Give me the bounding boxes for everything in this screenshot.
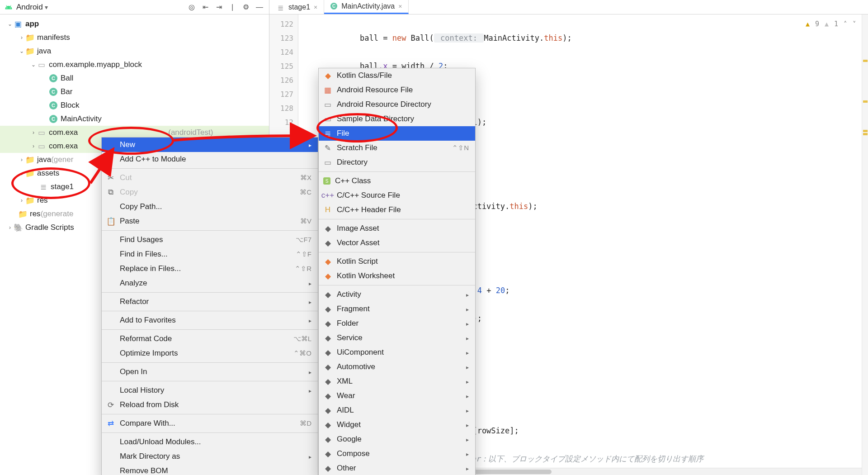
- tree-node-java[interactable]: 📁 java: [0, 44, 269, 58]
- menu-item-activity[interactable]: ◆Activity: [319, 287, 475, 302]
- android-icon: ◆: [323, 391, 332, 400]
- menu-item-local-history[interactable]: Local History: [102, 383, 318, 398]
- menu-item-vector-asset[interactable]: ◆Vector Asset: [319, 236, 475, 250]
- android-icon: ◆: [323, 435, 332, 444]
- tree-node-app[interactable]: ▣ app: [0, 17, 269, 31]
- prev-highlight-icon[interactable]: ˄: [844, 17, 847, 31]
- xml-file-icon: ▦: [323, 86, 332, 95]
- menu-item-fragment[interactable]: ◆Fragment: [319, 302, 475, 316]
- folder-icon: 📁: [25, 47, 34, 56]
- menu-item-open-in[interactable]: Open In: [102, 365, 318, 379]
- menu-item-favorites[interactable]: Add to Favorites: [102, 313, 318, 328]
- menu-item-load-unload[interactable]: Load/Unload Modules...: [102, 435, 318, 449]
- tab-mainactivity[interactable]: C MainActivity.java ×: [324, 0, 409, 14]
- tree-node-class[interactable]: C MainActivity: [0, 112, 269, 126]
- menu-item-optimize-imports[interactable]: Optimize Imports⌃⌘O: [102, 346, 318, 361]
- kotlin-icon: ◆: [323, 257, 332, 266]
- menu-item-reformat[interactable]: Reformat Code⌥⌘L: [102, 332, 318, 346]
- file-icon: ≣: [323, 129, 332, 138]
- menu-item-add-cpp[interactable]: Add C++ to Module: [102, 152, 318, 166]
- menu-item-image-asset[interactable]: ◆Image Asset: [319, 221, 475, 236]
- folder-icon: 📁: [25, 33, 34, 42]
- menu-item-cpp-class[interactable]: SC++ Class: [319, 174, 475, 188]
- close-icon[interactable]: ×: [398, 3, 402, 10]
- menu-item-cpp-src[interactable]: c++C/C++ Source File: [319, 188, 475, 203]
- menu-item-paste[interactable]: 📋Paste⌘V: [102, 214, 318, 228]
- menu-item-wear[interactable]: ◆Wear: [319, 389, 475, 403]
- menu-item-aidl[interactable]: ◆AIDL: [319, 403, 475, 418]
- gear-icon[interactable]: ⚙: [241, 2, 251, 12]
- tab-stage1[interactable]: ≣ stage1 ×: [271, 0, 324, 14]
- chevron-right-icon: [6, 224, 14, 231]
- compare-icon: ⇄: [106, 419, 115, 428]
- menu-item-copy[interactable]: ⧉Copy⌘C: [102, 185, 318, 200]
- close-icon[interactable]: ×: [314, 4, 317, 11]
- menu-item-mark-directory[interactable]: Mark Directory as: [102, 449, 318, 464]
- menu-item-xml[interactable]: ◆XML: [319, 374, 475, 389]
- tree-node-class[interactable]: C Ball: [0, 71, 269, 85]
- menu-item-kotlin-script[interactable]: ◆Kotlin Script: [319, 254, 475, 269]
- menu-item-kotlin-ws[interactable]: ◆Kotlin Worksheet: [319, 269, 475, 283]
- tree-node-class[interactable]: C Bar: [0, 85, 269, 99]
- toolbar-expand-icon[interactable]: ⇥: [214, 2, 224, 12]
- project-view-selector[interactable]: Android: [16, 3, 48, 12]
- next-highlight-icon[interactable]: ˅: [853, 17, 856, 31]
- tree-node-package[interactable]: ▭ com.example.myapp_block: [0, 58, 269, 71]
- menu-item-cpp-hdr[interactable]: HC/C++ Header File: [319, 203, 475, 217]
- menu-item-folder[interactable]: ◆Folder: [319, 316, 475, 331]
- tree-node-class[interactable]: C Block: [0, 99, 269, 112]
- menu-item-other[interactable]: ◆Other: [319, 461, 475, 475]
- menu-item-copy-path[interactable]: Copy Path...: [102, 200, 318, 214]
- menu-item-service[interactable]: ◆Service: [319, 331, 475, 345]
- menu-item-uicomponent[interactable]: ◆UiComponent: [319, 345, 475, 360]
- menu-item-scratch[interactable]: ✎Scratch File⌃⇧N: [319, 141, 475, 155]
- error-stripe[interactable]: [862, 14, 868, 475]
- android-icon: ◆: [323, 362, 332, 371]
- menu-item-replace-in-files[interactable]: Replace in Files...⌃⇧R: [102, 261, 318, 276]
- menu-item-google[interactable]: ◆Google: [319, 432, 475, 446]
- menu-item-new[interactable]: New: [102, 138, 318, 152]
- menu-item-find-in-files[interactable]: Find in Files...⌃⇧F: [102, 247, 318, 261]
- menu-item-find-usages[interactable]: Find Usages⌥F7: [102, 233, 318, 247]
- folder-icon: ▭: [323, 114, 332, 124]
- chevron-right-icon: [18, 157, 25, 163]
- folder-icon: 📁: [25, 155, 34, 164]
- cpp-class-icon: S: [323, 177, 330, 185]
- cpp-hdr-icon: H: [323, 205, 332, 214]
- android-icon: ◆: [323, 319, 332, 328]
- chevron-right-icon: [18, 34, 25, 41]
- context-menu[interactable]: New Add C++ to Module ✂Cut⌘X ⧉Copy⌘C Cop…: [101, 137, 318, 475]
- menu-item-automotive[interactable]: ◆Automotive: [319, 360, 475, 374]
- kotlin-icon: ◆: [323, 271, 332, 280]
- tree-node-manifests[interactable]: 📁 manifests: [0, 31, 269, 44]
- menu-item-remove-bom[interactable]: Remove BOM: [102, 464, 318, 475]
- android-icon: ◆: [323, 224, 332, 233]
- chevron-right-icon: [30, 143, 37, 149]
- menu-item-directory[interactable]: ▭Directory: [319, 155, 475, 170]
- scratch-icon: ✎: [323, 143, 332, 152]
- class-icon: C: [49, 115, 57, 123]
- toolbar-collapse-icon[interactable]: ⇤: [200, 2, 210, 12]
- package-icon: ▭: [37, 128, 46, 137]
- toolbar-target-icon[interactable]: ◎: [187, 2, 197, 12]
- menu-item-kotlin-class[interactable]: ◆Kotlin Class/File: [319, 68, 475, 83]
- sidebar-toolbar: Android ◎ ⇤ ⇥ | ⚙ —: [0, 0, 269, 14]
- menu-item-refactor[interactable]: Refactor: [102, 294, 318, 309]
- menu-item-res-dir[interactable]: ▭Android Resource Directory: [319, 97, 475, 112]
- android-icon: ◆: [323, 406, 332, 415]
- class-icon: C: [49, 74, 57, 82]
- menu-item-reload-disk[interactable]: ⟳Reload from Disk: [102, 398, 318, 412]
- menu-item-cut[interactable]: ✂Cut⌘X: [102, 171, 318, 185]
- new-submenu[interactable]: ◆Kotlin Class/File ▦Android Resource Fil…: [318, 68, 476, 475]
- menu-item-compare-with[interactable]: ⇄Compare With...⌘D: [102, 416, 318, 431]
- menu-item-res-file[interactable]: ▦Android Resource File: [319, 83, 475, 97]
- menu-item-analyze[interactable]: Analyze: [102, 276, 318, 290]
- menu-item-file[interactable]: ≣File: [319, 126, 475, 141]
- menu-item-compose[interactable]: ◆Compose: [319, 446, 475, 461]
- warning-icon: ▲: [806, 17, 810, 31]
- inspection-summary[interactable]: ▲9 ▲1 ˄ ˅: [806, 17, 856, 31]
- file-icon: ≣: [39, 182, 48, 191]
- menu-item-sample-dir[interactable]: ▭Sample Data Directory: [319, 112, 475, 126]
- menu-item-widget[interactable]: ◆Widget: [319, 418, 475, 432]
- hide-panel-icon[interactable]: —: [255, 2, 264, 12]
